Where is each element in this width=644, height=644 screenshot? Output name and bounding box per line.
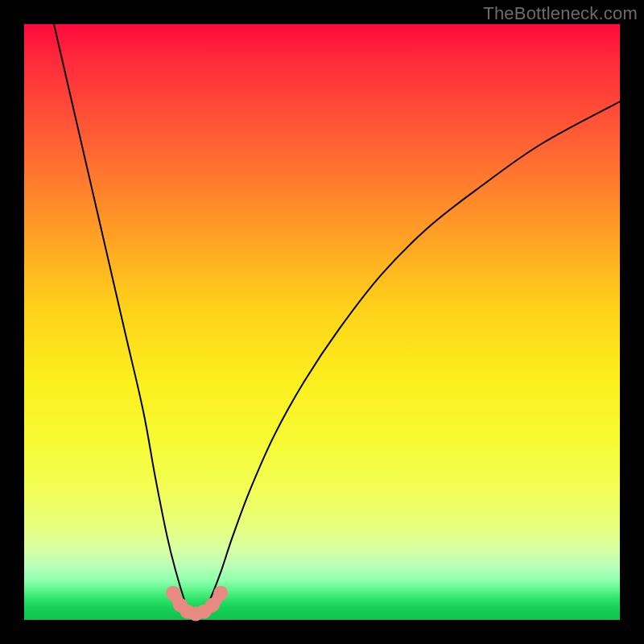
- chart-frame: TheBottleneck.com: [0, 0, 644, 644]
- watermark-text: TheBottleneck.com: [483, 3, 638, 24]
- bottleneck-curve: [54, 24, 620, 619]
- min-marker: [213, 586, 228, 601]
- plot-area: [24, 24, 620, 620]
- min-marker: [205, 598, 220, 613]
- min-markers: [166, 586, 228, 621]
- curve-layer: [24, 24, 620, 620]
